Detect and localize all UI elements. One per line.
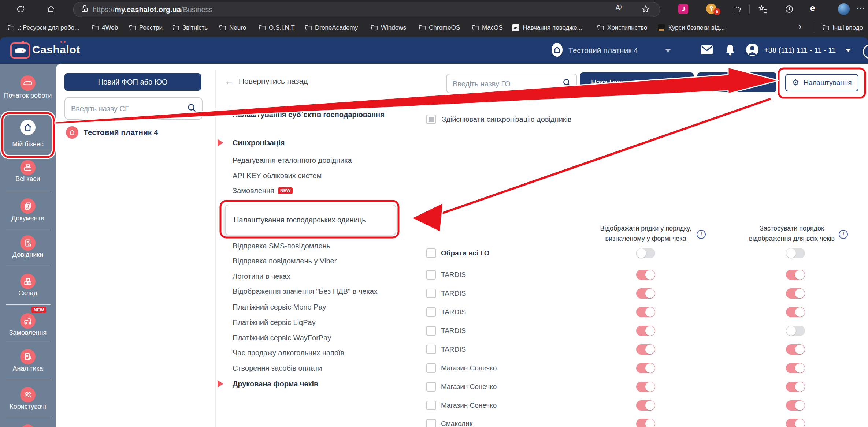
row-checkbox[interactable]: [426, 307, 436, 317]
sidebar-item-korystuvachi[interactable]: Користувачі: [0, 402, 56, 411]
menu-item-alcohol-time[interactable]: Час продажу алкогольних напоїв: [233, 347, 344, 358]
settings-button[interactable]: ⚙ Налаштування: [785, 74, 858, 91]
toggle-order[interactable]: [636, 344, 655, 355]
extension-j-icon[interactable]: J: [678, 4, 688, 14]
sidebar-item-analityka[interactable]: Аналітика: [0, 364, 56, 373]
search-icon[interactable]: [187, 103, 197, 114]
menu-item-api-key[interactable]: API KEY облікових систем: [233, 170, 322, 181]
menu-item-sync[interactable]: Синхронізація: [233, 137, 285, 148]
menu-item-monopay[interactable]: Платіжний сервіс Mono Pay: [233, 301, 326, 312]
browser-profile-avatar[interactable]: [838, 3, 850, 15]
toggle-apply-all[interactable]: [786, 363, 805, 373]
expand-triangle-icon[interactable]: [218, 380, 223, 387]
row-checkbox[interactable]: [426, 382, 436, 392]
bookmark-folder[interactable]: Звітність: [172, 23, 208, 33]
bookmark-folder[interactable]: Християнство: [597, 23, 647, 33]
info-icon[interactable]: i: [697, 230, 706, 239]
search-go-input[interactable]: [452, 74, 551, 93]
menu-item-viber[interactable]: Відправка повідомлень у Viber: [233, 255, 337, 266]
users-icon[interactable]: [20, 387, 36, 402]
toggle-apply-all[interactable]: [786, 307, 805, 317]
expand-triangle-icon[interactable]: [218, 139, 223, 146]
refresh-icon[interactable]: [15, 4, 26, 14]
cash-register-icon[interactable]: [20, 160, 36, 175]
menu-item-wayforpay[interactable]: Платіжний сервіс WayForPay: [233, 332, 331, 343]
bookmark-folder[interactable]: ChromeOS: [419, 23, 460, 33]
collections-icon[interactable]: [757, 4, 768, 15]
row-checkbox[interactable]: [426, 326, 436, 336]
documents-icon[interactable]: [20, 198, 36, 214]
warehouse-icon[interactable]: [20, 274, 36, 289]
menu-item-orders[interactable]: Замовлення NEW: [233, 185, 293, 196]
menu-item-print-form[interactable]: Друкована форма чеків: [233, 378, 318, 389]
account-selector[interactable]: Тестовий платник 4: [551, 37, 671, 64]
whale-icon[interactable]: [20, 75, 36, 91]
back-link[interactable]: ← Повернутись назад: [224, 76, 308, 86]
sync-checkbox[interactable]: [426, 115, 436, 124]
bookmarks-overflow-chevron[interactable]: ›: [798, 21, 802, 31]
scooter-icon[interactable]: [20, 313, 36, 329]
menu-item-go-settings[interactable]: Налаштування господарських одиниць: [225, 205, 396, 235]
toggle-order[interactable]: [636, 363, 655, 373]
bookmark-folder[interactable]: 4Web: [92, 23, 118, 33]
toggle-apply-all[interactable]: [786, 248, 805, 258]
phone-caret-icon[interactable]: [845, 49, 851, 52]
sidebar-item-pochatok[interactable]: Початок роботи: [0, 91, 56, 100]
favorite-star-icon[interactable]: [640, 4, 651, 15]
bookmark-folder[interactable]: .: Ресурси для робо...: [7, 23, 79, 33]
bookmark-site[interactable]: Навчання поводже...: [512, 23, 582, 33]
menu-item-subjects[interactable]: Налаштування суб`єктів господарювання: [233, 109, 385, 120]
menu-item-bez-pdv[interactable]: Відображення значення "Без ПДВ" в чеках: [233, 286, 378, 297]
select-all-checkbox[interactable]: [426, 248, 436, 258]
toggle-order[interactable]: [636, 419, 655, 427]
menu-item-logos[interactable]: Логотипи в чеках: [233, 271, 290, 282]
toggle-apply-all[interactable]: [786, 288, 805, 299]
toggle-order[interactable]: [636, 288, 655, 299]
bookmark-folder[interactable]: Реєстри: [129, 23, 163, 33]
toggle-apply-all[interactable]: [786, 326, 805, 336]
home-business-icon[interactable]: [20, 120, 36, 135]
toggle-order[interactable]: [636, 400, 655, 411]
menu-item-sms[interactable]: Відправка SMS-повідомлень: [233, 240, 330, 251]
toggle-apply-all[interactable]: [786, 382, 805, 392]
menu-item-etalon[interactable]: Редагування еталонного довідника: [233, 155, 352, 166]
toggle-apply-all[interactable]: [786, 344, 805, 355]
bookmark-folder[interactable]: Neuro: [219, 23, 246, 33]
browser-menu-icon[interactable]: ⋯: [856, 3, 865, 13]
toggle-order[interactable]: [636, 382, 655, 392]
menu-item-liqpay[interactable]: Платіжний сервіс LiqPay: [233, 317, 316, 328]
search-icon[interactable]: [563, 78, 571, 89]
sidebar-item-dokumenty[interactable]: Документи: [0, 214, 56, 222]
sidebar-item-miy-biznes[interactable]: Мій бізнес: [0, 140, 56, 149]
address-bar[interactable]: https://my.cashalot.org.ua/Business: [73, 2, 660, 17]
bookmark-folder[interactable]: Windows: [371, 23, 406, 33]
analytics-icon[interactable]: [20, 349, 36, 364]
row-checkbox[interactable]: [426, 289, 436, 298]
sidebar-item-zamovlennia[interactable]: Замовлення: [0, 329, 56, 337]
bookmark-folder[interactable]: DroneAcademy: [305, 23, 358, 33]
entity-list-item[interactable]: Тестовий платник 4: [84, 128, 158, 137]
info-icon[interactable]: i: [839, 230, 848, 239]
search-sg-input[interactable]: [70, 98, 174, 120]
history-icon[interactable]: [784, 4, 795, 15]
extensions-puzzle-icon[interactable]: [732, 4, 743, 15]
new-fop-button[interactable]: Новий ФОП або ЮО: [64, 73, 201, 91]
new-go-button[interactable]: Нова Господарська одиниця: [580, 72, 694, 92]
toggle-order[interactable]: [636, 248, 655, 258]
bookmark-other-favorites[interactable]: Інші вподо: [822, 23, 863, 33]
bookmark-folder[interactable]: MacOS: [472, 23, 503, 33]
mail-icon[interactable]: [700, 45, 713, 56]
sidebar-item-sklad[interactable]: Склад: [0, 289, 56, 297]
menu-item-payment-means[interactable]: Створення засобів оплати: [233, 363, 322, 374]
toggle-apply-all[interactable]: [786, 270, 805, 280]
row-checkbox[interactable]: [426, 401, 436, 410]
row-checkbox[interactable]: [426, 419, 436, 427]
hidden-sync-button[interactable]: [697, 72, 776, 92]
directory-icon[interactable]: [20, 235, 36, 251]
row-checkbox[interactable]: [426, 363, 436, 373]
toggle-apply-all[interactable]: [786, 419, 805, 427]
row-checkbox[interactable]: [426, 270, 436, 280]
toggle-apply-all[interactable]: [786, 400, 805, 411]
toggle-order[interactable]: [636, 326, 655, 336]
home-icon[interactable]: [46, 4, 56, 14]
